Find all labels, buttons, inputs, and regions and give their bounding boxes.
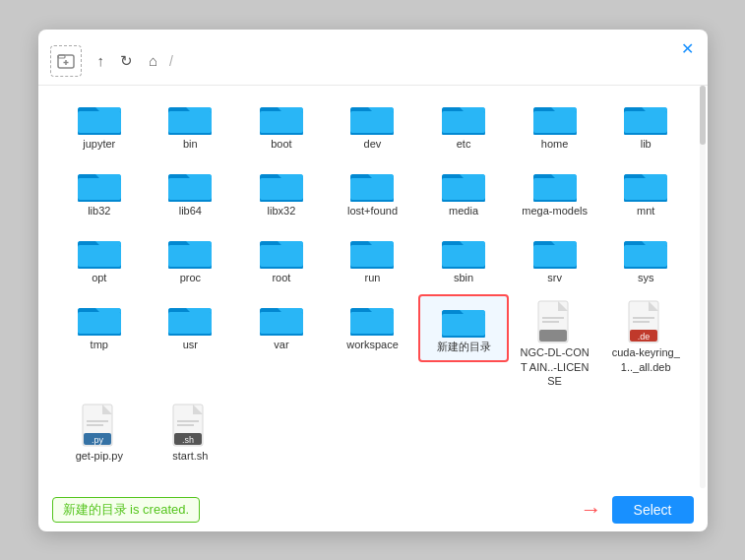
folder-icon: [350, 166, 394, 202]
file-item[interactable]: home: [509, 93, 600, 156]
file-label: proc: [180, 271, 201, 284]
file-item[interactable]: usr: [145, 294, 236, 357]
file-label: lib: [641, 137, 652, 151]
file-item[interactable]: lib32: [54, 160, 146, 223]
file-item[interactable]: NGC-DL-CONT AIN..-LICENSE: [509, 294, 600, 394]
folder-icon: [260, 99, 303, 135]
file-item[interactable]: .py get-pip.py: [54, 398, 146, 468]
svg-rect-57: [350, 245, 394, 267]
new-folder-button[interactable]: [50, 45, 82, 77]
file-item[interactable]: sys: [600, 227, 692, 290]
file-label: libx32: [268, 204, 296, 218]
file-item[interactable]: var: [236, 294, 328, 357]
file-item[interactable]: lib: [600, 93, 692, 156]
folder-icon: [533, 99, 577, 135]
file-item[interactable]: lib64: [145, 160, 236, 223]
file-item[interactable]: opt: [54, 227, 146, 290]
folder-icon: [168, 233, 212, 269]
file-item[interactable]: sbin: [418, 227, 510, 290]
file-label: workspace: [346, 338, 399, 351]
folder-icon: [624, 166, 667, 202]
folder-icon: [624, 233, 667, 269]
folder-icon: [533, 166, 577, 202]
file-item[interactable]: media: [418, 160, 510, 223]
file-label: mega-models: [522, 204, 588, 218]
svg-text:.de: .de: [638, 332, 651, 342]
file-label: usr: [183, 338, 198, 351]
refresh-button[interactable]: ↻: [116, 50, 137, 72]
svg-rect-18: [442, 111, 485, 133]
file-icon: .de: [628, 300, 663, 343]
file-label: var: [274, 338, 288, 351]
close-button[interactable]: ✕: [681, 39, 694, 58]
svg-text:.sh: .sh: [182, 435, 194, 445]
file-item[interactable]: root: [236, 227, 328, 290]
folder-icon: [260, 233, 303, 269]
file-label: lib32: [88, 204, 110, 218]
file-item[interactable]: dev: [327, 93, 418, 156]
file-item[interactable]: proc: [145, 227, 236, 290]
file-item[interactable]: .sh start.sh: [145, 398, 236, 468]
file-icon: .sh: [172, 404, 208, 447]
file-label: home: [541, 137, 569, 151]
file-item[interactable]: tmp: [54, 294, 146, 357]
folder-icon: [78, 300, 121, 336]
folder-icon: [78, 166, 121, 202]
file-item[interactable]: workspace: [327, 294, 418, 357]
file-label: NGC-DL-CONT AIN..-LICENSE: [518, 345, 592, 388]
file-label: etc: [457, 137, 471, 151]
folder-icon: [624, 99, 667, 135]
file-item[interactable]: srv: [509, 227, 600, 290]
folder-icon: [442, 99, 485, 135]
up-button[interactable]: ↑: [93, 50, 109, 71]
scrollbar-thumb[interactable]: [700, 86, 706, 145]
file-label: tmp: [91, 338, 108, 351]
file-item[interactable]: jupyter: [54, 93, 146, 156]
file-grid: jupyter bin boot dev etc home: [54, 93, 692, 469]
file-icon: [537, 300, 573, 343]
file-label: 新建的目录: [437, 340, 491, 353]
svg-rect-72: [168, 312, 212, 334]
file-item[interactable]: boot: [236, 93, 328, 156]
file-item[interactable]: run: [327, 227, 418, 290]
svg-rect-81: [442, 314, 485, 336]
file-label: sys: [638, 271, 654, 284]
file-label: sbin: [454, 271, 473, 284]
svg-rect-51: [168, 245, 212, 267]
file-item[interactable]: 新建的目录: [418, 294, 510, 361]
home-button[interactable]: ⌂: [145, 50, 161, 71]
toolbar: ↑ ↻ ⌂ /: [38, 37, 708, 86]
folder-icon: [168, 300, 212, 336]
svg-rect-42: [533, 178, 577, 200]
file-item[interactable]: lost+found: [327, 160, 418, 223]
file-item[interactable]: etc: [418, 93, 510, 156]
file-item[interactable]: mnt: [600, 160, 692, 223]
folder-icon: [260, 300, 303, 336]
svg-rect-12: [260, 111, 303, 133]
file-item[interactable]: bin: [145, 93, 236, 156]
folder-icon: [78, 233, 121, 269]
select-button[interactable]: Select: [612, 496, 694, 524]
folder-icon: [168, 166, 212, 202]
file-label: jupyter: [83, 137, 115, 151]
status-bar: 新建的目录 is created. → Select: [38, 488, 708, 531]
svg-rect-33: [260, 178, 303, 200]
svg-rect-78: [350, 312, 394, 334]
file-label: lib64: [179, 204, 202, 218]
file-item[interactable]: .de cuda-keyring_1.._all.deb: [600, 294, 692, 380]
file-item[interactable]: libx32: [236, 160, 328, 223]
status-message: 新建的目录 is created.: [52, 497, 201, 523]
svg-rect-36: [350, 178, 394, 200]
folder-icon: [350, 300, 394, 336]
svg-rect-45: [624, 178, 667, 200]
svg-rect-75: [260, 312, 303, 334]
arrow-area: → Select: [581, 496, 694, 524]
scrollbar-track[interactable]: [700, 86, 706, 488]
file-label: get-pip.py: [76, 449, 123, 463]
svg-rect-54: [260, 245, 303, 267]
svg-rect-39: [442, 178, 485, 200]
file-label: mnt: [637, 204, 654, 218]
file-item[interactable]: mega-models: [509, 160, 600, 223]
svg-rect-30: [168, 178, 212, 200]
folder-icon: [350, 233, 394, 269]
